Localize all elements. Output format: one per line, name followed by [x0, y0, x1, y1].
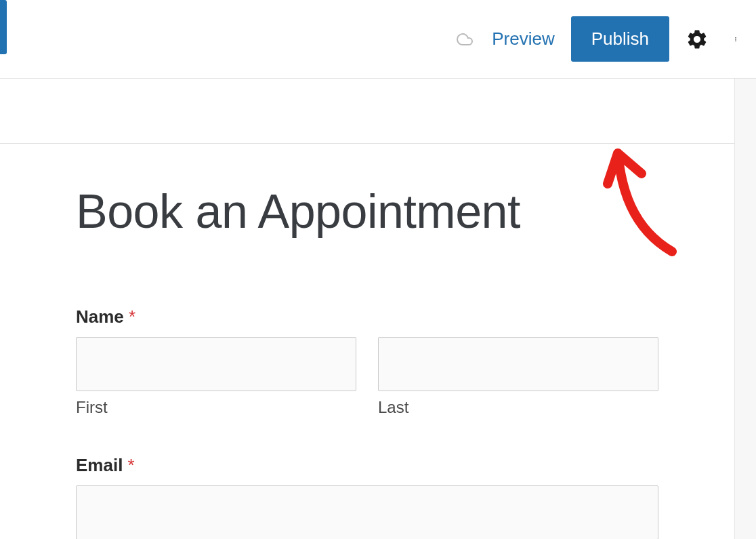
email-input[interactable]: [76, 485, 658, 539]
first-name-col: First: [76, 337, 356, 417]
email-field-group: Email *: [76, 455, 658, 539]
first-name-sublabel: First: [76, 398, 356, 417]
required-marker: *: [129, 306, 135, 327]
name-label-text: Name: [76, 306, 124, 327]
first-name-input[interactable]: [76, 337, 356, 391]
last-name-input[interactable]: [378, 337, 658, 391]
right-gutter: [734, 79, 756, 539]
publish-button[interactable]: Publish: [571, 16, 669, 62]
name-field-group: Name * First Last: [76, 306, 658, 417]
editor-canvas: Book an Appointment Name * First Last Em…: [0, 79, 756, 539]
more-options-icon[interactable]: [729, 28, 742, 51]
cloud-icon: [454, 31, 476, 47]
svg-point-2: [735, 40, 736, 41]
gear-icon[interactable]: [686, 28, 709, 51]
required-marker: *: [128, 455, 135, 475]
last-name-sublabel: Last: [378, 398, 658, 417]
svg-point-0: [735, 37, 736, 37]
email-label-text: Email: [76, 455, 123, 475]
email-label: Email *: [76, 455, 658, 476]
preview-link[interactable]: Preview: [492, 28, 554, 49]
title-band: [0, 79, 734, 144]
last-name-col: Last: [378, 337, 658, 417]
page-title[interactable]: Book an Appointment: [76, 184, 658, 239]
name-inputs-row: First Last: [76, 337, 658, 417]
editor-topbar: Preview Publish: [0, 0, 756, 79]
name-label: Name *: [76, 306, 658, 327]
page-content: Book an Appointment Name * First Last Em…: [0, 144, 734, 539]
svg-point-1: [735, 39, 736, 39]
left-accent-bar: [0, 0, 7, 54]
